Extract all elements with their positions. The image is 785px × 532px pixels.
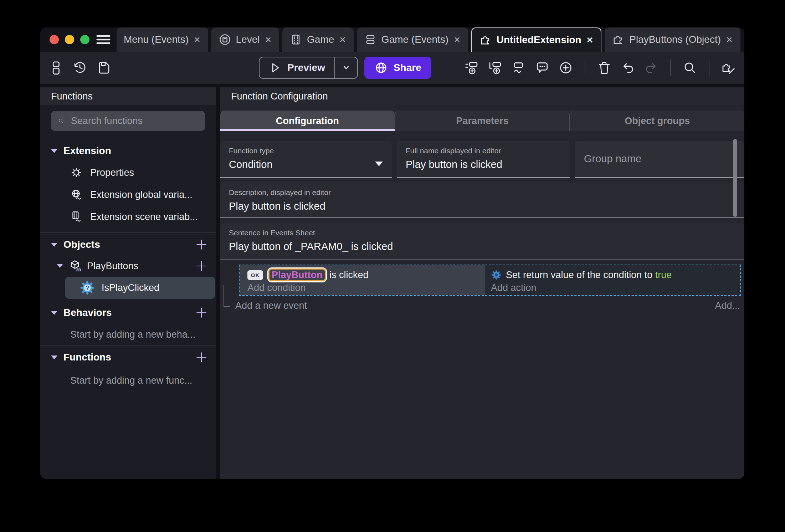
conditions-column[interactable]: OK PlayButton is clicked Add condition	[240, 265, 485, 295]
edit-extension-button[interactable]	[721, 60, 736, 75]
comment-icon	[535, 61, 549, 75]
event-row-selected[interactable]: OK PlayButton is clicked Add condition	[239, 265, 741, 296]
chevron-down-icon	[341, 62, 352, 73]
plus-icon	[195, 239, 207, 251]
sentence-value: Play button of _PARAM0_ is clicked	[229, 241, 736, 252]
group-name-input[interactable]	[583, 153, 736, 165]
actions-column[interactable]: Set return value of the condition to tru…	[485, 265, 740, 295]
condition-object-highlighted[interactable]: PlayButton	[268, 268, 326, 281]
sidebar-item-extension-global-variables[interactable]: Extension global varia...	[40, 184, 216, 206]
tab-menu-events[interactable]: Menu (Events) ×	[117, 27, 208, 52]
version-history-button[interactable]	[72, 60, 87, 75]
tab-bar: Menu (Events) × Level × Game × Game (Eve…	[40, 27, 744, 52]
search-functions-box[interactable]	[51, 111, 205, 131]
main-menu-button[interactable]	[95, 27, 112, 52]
object-group-playbuttons[interactable]: 2D PlayButtons	[40, 259, 216, 273]
add-function-button[interactable]	[195, 351, 208, 364]
gear-action-icon	[491, 270, 502, 280]
sentence-field[interactable]: Sentence in Events Sheet Play button of …	[220, 223, 744, 260]
window-controls	[40, 27, 95, 52]
behaviors-empty-hint[interactable]: Start by adding a new beha...	[40, 329, 216, 340]
tab-game-events[interactable]: Game (Events) ×	[357, 27, 468, 52]
section-functions[interactable]: Functions	[40, 351, 216, 364]
tab-level[interactable]: Level ×	[211, 27, 279, 52]
description-field[interactable]: Description, displayed in editor Play bu…	[220, 183, 744, 218]
search-icon	[58, 115, 64, 127]
add-action-button[interactable]: Add action	[491, 282, 740, 293]
tab-close-icon[interactable]: ×	[339, 34, 347, 45]
section-extension[interactable]: Extension	[40, 144, 216, 157]
hamburger-icon	[95, 31, 112, 48]
save-button[interactable]	[96, 60, 111, 75]
tab-object-groups[interactable]: Object groups	[569, 111, 744, 131]
function-item-isplayclicked-selected[interactable]: ? IsPlayClicked	[65, 277, 215, 299]
sidebar-item-extension-scene-variables[interactable]: Extension scene variab...	[40, 206, 216, 228]
globe-variables-icon	[70, 189, 82, 201]
project-manager-button[interactable]	[49, 60, 64, 75]
add-object-button[interactable]	[195, 238, 208, 251]
collapse-triangle-icon[interactable]	[51, 243, 57, 247]
collapse-triangle-icon[interactable]	[51, 311, 57, 315]
button-ok-icon: OK	[247, 270, 263, 280]
tab-playbuttons-object[interactable]: PlayButtons (Object) ×	[605, 27, 740, 52]
tab-label: Configuration	[276, 116, 339, 127]
tab-close-icon[interactable]: ×	[453, 34, 461, 45]
tab-close-icon[interactable]: ×	[193, 34, 201, 45]
toolbar-separator	[709, 60, 709, 76]
tab-close-icon[interactable]: ×	[586, 35, 594, 45]
functions-sidebar: Functions Extension Properties	[40, 87, 216, 479]
add-event-button[interactable]	[464, 60, 479, 75]
collapse-triangle-icon[interactable]	[51, 149, 57, 153]
scene-icon	[219, 33, 231, 46]
add-comment-button[interactable]	[535, 60, 550, 75]
sidebar-item-properties[interactable]: Properties	[40, 162, 216, 184]
collapse-triangle-icon[interactable]	[57, 264, 63, 268]
undo-button[interactable]	[620, 60, 635, 75]
add-object-function-button[interactable]	[195, 260, 208, 272]
action-text: Set return value of the condition to	[506, 270, 652, 280]
tab-game[interactable]: Game ×	[282, 27, 354, 52]
section-label: Behaviors	[63, 307, 112, 318]
film-icon	[289, 33, 302, 46]
tab-close-icon[interactable]: ×	[725, 34, 733, 45]
object-2d-cube-icon: 2D	[68, 260, 81, 272]
section-behaviors[interactable]: Behaviors	[40, 306, 216, 319]
content-area: Functions Extension Properties	[40, 84, 744, 479]
minimize-window-button[interactable]	[65, 35, 74, 44]
search-functions-input[interactable]	[70, 115, 198, 127]
active-tab-underline	[220, 129, 395, 131]
sidebar-item-label: Extension scene variab...	[90, 211, 198, 222]
search-button[interactable]	[682, 60, 697, 75]
delete-button[interactable]	[597, 60, 612, 75]
preview-button[interactable]: Preview	[259, 57, 358, 79]
action-value-true[interactable]: true	[655, 270, 672, 280]
functions-empty-hint[interactable]: Start by adding a new func...	[40, 375, 216, 386]
configuration-tabs: Configuration Parameters Object groups	[220, 111, 744, 131]
add-other-event-button[interactable]	[511, 60, 526, 75]
function-type-select[interactable]: Function type Condition	[220, 141, 392, 178]
vertical-scrollbar[interactable]	[733, 139, 737, 217]
preview-options-button[interactable]	[334, 57, 357, 78]
zoom-window-button[interactable]	[80, 35, 89, 44]
tab-untitled-extension[interactable]: UntitledExtension ×	[471, 27, 602, 52]
add-more-button[interactable]: Add...	[715, 300, 740, 311]
section-objects[interactable]: Objects	[40, 238, 216, 251]
add-new-event-button[interactable]: Add a new event	[235, 300, 307, 311]
close-window-button[interactable]	[50, 35, 59, 44]
events-sheet-icon	[364, 33, 377, 46]
tab-configuration[interactable]: Configuration	[220, 111, 395, 131]
add-button[interactable]	[558, 60, 573, 75]
function-type-value: Condition	[229, 159, 384, 170]
add-condition-button[interactable]: Add condition	[247, 282, 485, 293]
toolbar-separator	[670, 60, 671, 76]
tab-close-icon[interactable]: ×	[265, 34, 272, 45]
add-behavior-button[interactable]	[195, 306, 208, 319]
add-subevent-button[interactable]	[488, 60, 503, 75]
globe-icon	[374, 61, 388, 75]
share-button[interactable]: Share	[364, 57, 431, 79]
redo-button[interactable]	[644, 60, 659, 75]
group-name-field[interactable]	[575, 141, 744, 178]
tab-parameters[interactable]: Parameters	[395, 111, 570, 131]
collapse-triangle-icon[interactable]	[51, 355, 57, 359]
full-name-field[interactable]: Full name displayed in editor Play butto…	[397, 141, 570, 178]
